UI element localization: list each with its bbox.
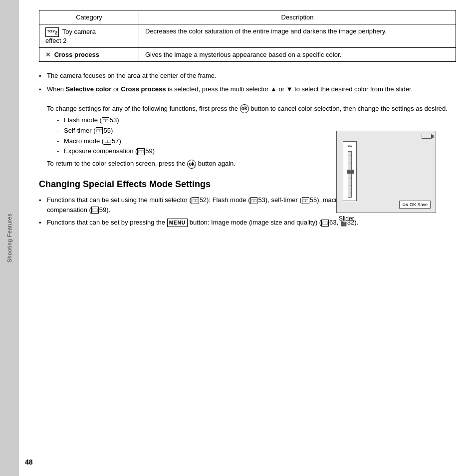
sub-list: Flash mode (□□53) Self-timer (□□55) Macr…	[57, 115, 456, 157]
bullet-item: • When Selective color or Cross process …	[39, 84, 456, 169]
page-container: Shooting Features Category Description T…	[0, 0, 476, 476]
book-ref: □□	[91, 207, 99, 214]
bullet-text-2-content: When Selective color or Cross process is…	[47, 85, 413, 93]
sub-item: Self-timer (□□55)	[57, 126, 456, 136]
sub-item: Exposure compensation (□□59)	[57, 146, 456, 157]
sidebar-label: Shooting Features	[6, 214, 12, 262]
slider-track	[348, 151, 352, 198]
slider-dot	[350, 185, 351, 186]
sub-item: Macro mode (□□57)	[57, 136, 456, 147]
slider-dot	[350, 178, 351, 179]
table-row: ✕ Cross process Gives the image a myster…	[39, 48, 456, 62]
slider-dot	[350, 163, 351, 164]
ok-circle-btn-2: ok	[187, 160, 196, 169]
bullet-text-2-trailing: To return to the color selection screen,…	[47, 160, 236, 167]
bullet-text-1: The camera focuses on the area at the ce…	[47, 71, 456, 81]
menu-label: MENU	[167, 219, 188, 227]
book-ref: □□	[321, 220, 329, 227]
focus-brackets: [ ]	[352, 162, 436, 183]
book-ref: □□	[137, 148, 145, 155]
main-content: Category Description TOY2 Toy cameraeffe…	[19, 0, 476, 251]
bullet-text-2: When Selective color or Cross process is…	[47, 84, 456, 169]
table-cell-desc-toy: Decreases the color saturation of the en…	[139, 24, 456, 48]
book-ref: □□	[102, 117, 109, 124]
bullet-dot: •	[39, 85, 47, 95]
save-label-small: OK Save	[410, 202, 428, 207]
slider-dots	[350, 152, 351, 197]
slider-dot	[350, 170, 351, 171]
table-cell-category-toy: TOY2 Toy cameraeffect 2	[39, 24, 139, 48]
toy-icon: TOY2	[45, 27, 59, 37]
slider-dot	[350, 193, 351, 194]
page-number: 48	[25, 458, 33, 466]
ok-label-small: OK	[402, 203, 408, 207]
cross-category-label: Cross process	[54, 51, 99, 58]
bullet-text-2-sub: To change settings for any of the follow…	[47, 105, 448, 112]
ok-circle-btn: ok	[240, 104, 249, 113]
table-row: TOY2 Toy cameraeffect 2 Decreases the co…	[39, 24, 456, 48]
ok-save-button: OK OK Save	[399, 201, 431, 209]
bullet-section: ✏	[39, 71, 456, 169]
sub-item: Flash mode (□□53)	[57, 115, 456, 126]
book-ref: □□	[192, 197, 199, 204]
table-header-category: Category	[39, 10, 139, 24]
book-ref: □□	[104, 138, 111, 145]
bullet-dot: •	[39, 71, 47, 81]
bullet-dot: •	[39, 218, 47, 228]
bullet-dot: •	[39, 196, 47, 206]
table-cell-desc-cross: Gives the image a mysterious appearance …	[139, 48, 456, 62]
book-ref: □□	[250, 197, 258, 204]
info-table: Category Description TOY2 Toy cameraeffe…	[39, 10, 456, 62]
bullet-item: • The camera focuses on the area at the …	[39, 71, 456, 81]
table-cell-category-cross: ✕ Cross process	[39, 48, 139, 62]
cross-process-bold: Cross process	[121, 85, 166, 93]
sidebar: Shooting Features	[0, 0, 19, 476]
table-header-description: Description	[139, 10, 456, 24]
book-ref: □□	[96, 127, 103, 134]
selective-color-bold: Selective color	[66, 85, 112, 93]
book-ref: □□	[302, 197, 309, 204]
slider-diagram-label: Slider	[336, 215, 436, 222]
cross-icon: ✕	[45, 51, 51, 58]
